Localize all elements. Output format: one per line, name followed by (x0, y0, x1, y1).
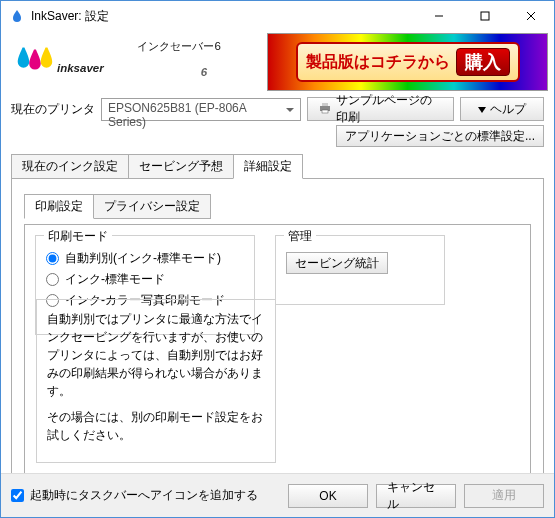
svg-marker-11 (478, 107, 486, 113)
cancel-button[interactable]: キャンセル (376, 484, 456, 508)
startup-checkbox[interactable] (11, 489, 24, 502)
info-box: 自動判別ではプリンタに最適な方法でインクセービングを行いますが、お使いのプリンタ… (36, 299, 276, 463)
main-tabs: 現在のインク設定 セービング予想 詳細設定 (11, 153, 544, 178)
minimize-button[interactable] (416, 1, 462, 31)
window-title: InkSaver: 設定 (31, 8, 416, 25)
printer-icon (318, 102, 332, 117)
tab-saving-forecast[interactable]: セービング予想 (128, 154, 234, 179)
tab-label: セービング予想 (139, 159, 223, 173)
radio-standard-input[interactable] (46, 273, 59, 286)
ad-text: 製品版はコチラから (306, 52, 450, 73)
per-app-row: アプリケーションごとの標準設定... (11, 125, 544, 147)
apply-button[interactable]: 適用 (464, 484, 544, 508)
svg-text:6: 6 (201, 66, 208, 78)
per-app-settings-label: アプリケーションごとの標準設定... (345, 128, 535, 145)
tab-current-ink[interactable]: 現在のインク設定 (11, 154, 129, 179)
sample-print-button[interactable]: サンプルページの印刷 (307, 97, 454, 121)
info-p2: その場合には、別の印刷モード設定をお試しください。 (47, 408, 265, 444)
close-button[interactable] (508, 1, 554, 31)
logo-area: inksaver インクセーバー6 6 (7, 33, 267, 91)
tab-label: 現在のインク設定 (22, 159, 118, 173)
chevron-down-icon (478, 102, 486, 116)
titlebar: InkSaver: 設定 (1, 1, 554, 31)
tab-label: 詳細設定 (244, 159, 292, 173)
header: inksaver インクセーバー6 6 製品版はコチラから 購入 (7, 33, 548, 91)
sub-panel: 印刷モード 自動判別(インク-標準モード) インク-標準モード インク-カラー写… (24, 224, 531, 474)
help-button[interactable]: ヘルプ (460, 97, 544, 121)
radio-auto[interactable]: 自動判別(インク-標準モード) (46, 250, 244, 267)
subtab-label: プライバシー設定 (104, 199, 200, 213)
ad-banner[interactable]: 製品版はコチラから 購入 (267, 33, 548, 91)
per-app-settings-button[interactable]: アプリケーションごとの標準設定... (336, 125, 544, 147)
sub-tabs: 印刷設定 プライバシー設定 (24, 193, 531, 218)
startup-checkbox-label: 起動時にタスクバーへアイコンを追加する (30, 487, 258, 504)
saving-stats-button[interactable]: セービング統計 (286, 252, 388, 274)
cancel-label: キャンセル (387, 479, 445, 513)
ad-inner: 製品版はコチラから 購入 (296, 42, 520, 82)
management-group: 管理 セービング統計 (275, 235, 445, 305)
subtab-privacy-settings[interactable]: プライバシー設定 (93, 194, 211, 219)
sample-print-label: サンプルページの印刷 (336, 92, 443, 126)
svg-rect-1 (481, 12, 489, 20)
radio-auto-input[interactable] (46, 252, 59, 265)
startup-checkbox-row[interactable]: 起動時にタスクバーへアイコンを追加する (11, 487, 258, 504)
apply-label: 適用 (492, 487, 516, 504)
printer-row: 現在のプリンタ EPSON625B81 (EP-806A Series) サンプ… (11, 97, 544, 121)
info-p1: 自動判別ではプリンタに最適な方法でインクセービングを行いますが、お使いのプリンタ… (47, 310, 265, 400)
ok-button[interactable]: OK (288, 484, 368, 508)
radio-standard-label: インク-標準モード (65, 271, 165, 288)
tab-advanced[interactable]: 詳細設定 (233, 154, 303, 179)
printer-select[interactable]: EPSON625B81 (EP-806A Series) (101, 98, 301, 121)
print-mode-legend: 印刷モード (44, 228, 112, 245)
svg-text:インクセーバー6: インクセーバー6 (137, 41, 220, 53)
svg-rect-9 (322, 103, 328, 106)
main-panel: 印刷設定 プライバシー設定 印刷モード 自動判別(インク-標準モード) インク-… (11, 178, 544, 478)
help-label: ヘルプ (490, 101, 526, 118)
inksaver-logo: inksaver インクセーバー6 6 (11, 38, 241, 86)
ok-label: OK (319, 489, 336, 503)
footer: 起動時にタスクバーへアイコンを追加する OK キャンセル 適用 (1, 473, 554, 517)
ad-buy-button[interactable]: 購入 (456, 48, 510, 76)
app-icon (9, 8, 25, 24)
svg-rect-10 (322, 110, 328, 113)
current-printer-label: 現在のプリンタ (11, 101, 95, 118)
subtab-label: 印刷設定 (35, 199, 83, 213)
saving-stats-label: セービング統計 (295, 255, 379, 272)
radio-auto-label: 自動判別(インク-標準モード) (65, 250, 221, 267)
subtab-print-settings[interactable]: 印刷設定 (24, 194, 94, 219)
svg-text:inksaver: inksaver (57, 62, 104, 74)
radio-standard[interactable]: インク-標準モード (46, 271, 244, 288)
management-legend: 管理 (284, 228, 316, 245)
maximize-button[interactable] (462, 1, 508, 31)
